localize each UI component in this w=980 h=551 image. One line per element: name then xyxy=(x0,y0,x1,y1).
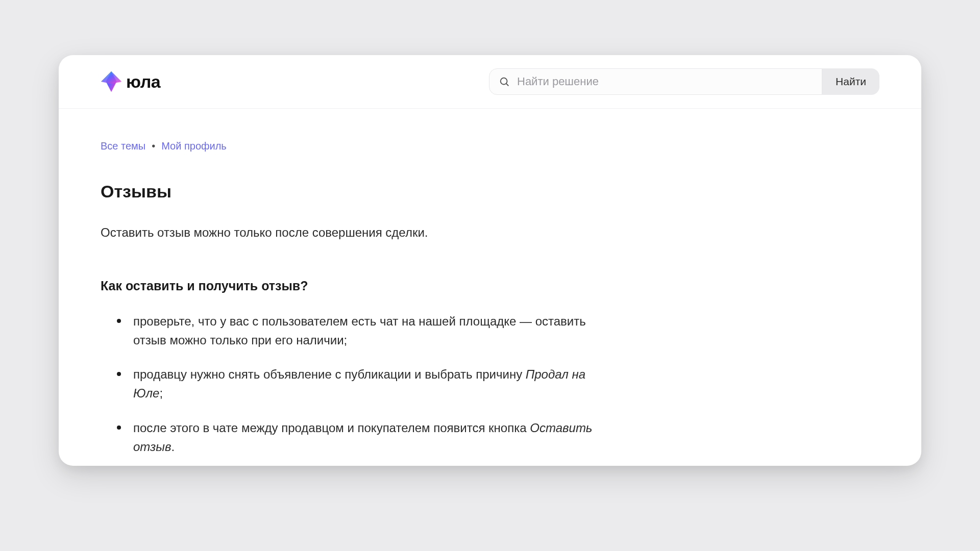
search: Найти xyxy=(489,68,879,95)
list-item-text: проверьте, что у вас с пользователем ест… xyxy=(133,314,586,347)
section-title: Как оставить и получить отзыв? xyxy=(101,279,879,293)
search-icon xyxy=(499,76,510,87)
page-title: Отзывы xyxy=(101,182,879,202)
logo-text: юла xyxy=(126,72,160,92)
content-card: юла Найти Все темы • Мой профиль Отзывы … xyxy=(59,55,921,466)
search-input[interactable] xyxy=(510,69,822,94)
youla-diamond-icon xyxy=(101,71,122,92)
list-item-tail: ; xyxy=(159,386,163,400)
article-body: Все темы • Мой профиль Отзывы Оставить о… xyxy=(59,109,921,456)
breadcrumb: Все темы • Мой профиль xyxy=(101,140,879,152)
search-input-wrap xyxy=(489,68,822,95)
list-item: продавцу нужно снять объявление с публик… xyxy=(133,365,611,403)
header: юла Найти xyxy=(59,55,921,109)
svg-point-0 xyxy=(501,78,507,85)
list-item-text: продавцу нужно снять объявление с публик… xyxy=(133,367,526,381)
svg-line-1 xyxy=(506,84,508,86)
breadcrumb-link-my-profile[interactable]: Мой профиль xyxy=(161,140,227,152)
list-item: после этого в чате между продавцом и пок… xyxy=(133,418,611,456)
list-item: проверьте, что у вас с пользователем ест… xyxy=(133,312,611,349)
list-item-text: после этого в чате между продавцом и пок… xyxy=(133,421,530,435)
bullet-list: проверьте, что у вас с пользователем ест… xyxy=(101,312,611,456)
list-item-tail: . xyxy=(171,440,175,454)
breadcrumb-link-all-topics[interactable]: Все темы xyxy=(101,140,145,152)
search-button[interactable]: Найти xyxy=(822,68,879,95)
intro-paragraph: Оставить отзыв можно только после соверш… xyxy=(101,224,879,242)
logo[interactable]: юла xyxy=(101,71,160,92)
breadcrumb-separator: • xyxy=(152,140,155,152)
